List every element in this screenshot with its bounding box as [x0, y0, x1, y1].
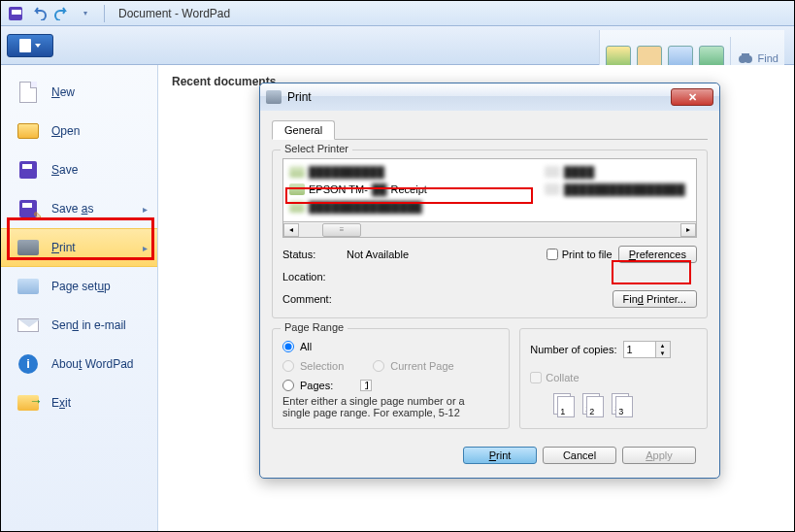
radio-current-page: Current Page	[373, 360, 453, 372]
radio-all[interactable]: All	[282, 341, 499, 352]
find-printer-button[interactable]: Find Printer...	[613, 290, 697, 308]
page-range-group: Page Range All Selection Current Page Pa…	[272, 328, 510, 429]
scroll-track[interactable]: ≡	[299, 223, 680, 237]
collate-label: Collate	[546, 372, 579, 383]
quick-access-toolbar: ▾	[1, 4, 100, 23]
status-value: Not Available	[347, 249, 541, 260]
new-document-icon	[19, 82, 37, 103]
info-icon: i	[18, 354, 38, 374]
tab-general[interactable]: General	[272, 120, 335, 140]
menu-label: Save	[51, 163, 78, 177]
undo-icon[interactable]	[28, 4, 50, 23]
print-to-file-checkbox[interactable]: Print to file	[547, 249, 613, 260]
comment-label: Comment:	[282, 293, 341, 305]
menu-item-save[interactable]: Save	[1, 150, 157, 189]
divider	[104, 5, 105, 22]
print-button[interactable]: Print	[463, 447, 537, 464]
menu-label: Save as	[51, 202, 93, 216]
group-title-printer: Select Printer	[281, 143, 352, 154]
status-label: Status:	[282, 249, 341, 260]
radio-pages[interactable]: Pages:	[282, 380, 499, 391]
radio-all-label: All	[300, 341, 312, 352]
title-bar: ▾ Document - WordPad	[1, 1, 794, 26]
file-menu-dropdown: New Open Save Save as Print Page setup S…	[1, 65, 158, 531]
cancel-button[interactable]: Cancel	[543, 447, 616, 464]
menu-item-page-setup[interactable]: Page setup	[1, 267, 157, 306]
radio-current-page-label: Current Page	[390, 360, 453, 372]
menu-item-new[interactable]: New	[1, 73, 157, 112]
spin-down-icon[interactable]: ▼	[656, 349, 670, 357]
group-title-page-range: Page Range	[281, 321, 348, 333]
radio-pages-label: Pages:	[300, 380, 333, 391]
scroll-thumb[interactable]: ≡	[322, 223, 361, 237]
horizontal-scrollbar[interactable]: ◂ ≡ ▸	[282, 222, 697, 238]
svg-rect-2	[742, 53, 749, 57]
highlight-preferences	[612, 260, 691, 284]
radio-selection: Selection	[282, 360, 344, 372]
document-icon	[19, 39, 31, 52]
highlight-print-menu	[7, 217, 154, 260]
printer-item-blurred-right-2[interactable]: ████████████████	[545, 181, 690, 198]
copies-group: Number of copies: ▲▼ Collate 11 22 33	[519, 328, 708, 429]
scroll-left-icon[interactable]: ◂	[283, 223, 299, 237]
print-to-file-label: Print to file	[562, 249, 613, 260]
menu-label: Page setup	[51, 280, 111, 293]
spin-up-icon[interactable]: ▲	[656, 342, 670, 349]
copies-spinner[interactable]: ▲▼	[623, 341, 671, 358]
file-menu-button[interactable]	[7, 34, 53, 57]
close-button[interactable]: ✕	[671, 88, 713, 106]
save-as-icon	[19, 200, 37, 217]
qat-dropdown-icon[interactable]: ▾	[75, 4, 96, 23]
dialog-titlebar: Print ✕	[260, 83, 719, 111]
menu-item-send-email[interactable]: Send in e-mail	[1, 306, 157, 345]
dialog-footer: Print Cancel Apply	[272, 439, 708, 464]
pages-helper-text: Enter either a single page number or a s…	[282, 395, 477, 418]
redo-icon[interactable]	[51, 4, 73, 23]
menu-item-open[interactable]: Open	[1, 112, 157, 150]
collate-illustration: 11 22 33	[553, 393, 697, 418]
menu-label: Open	[51, 124, 80, 138]
menu-item-about[interactable]: i About WordPad	[1, 345, 157, 383]
scroll-right-icon[interactable]: ▸	[680, 223, 696, 237]
menu-item-exit[interactable]: Exit	[1, 383, 157, 422]
menu-label: Exit	[51, 396, 71, 410]
copies-label: Number of copies:	[530, 344, 616, 355]
folder-open-icon	[17, 123, 39, 139]
printer-icon	[266, 90, 282, 104]
page-setup-icon	[17, 279, 39, 294]
copies-input[interactable]	[623, 341, 656, 358]
printer-group: Select Printer ██████████ EPSON TM- ██ R…	[272, 150, 708, 318]
tab-strip: General	[272, 120, 708, 140]
menu-label: New	[51, 85, 75, 99]
collate-checkbox: Collate	[530, 372, 579, 383]
printer-item-blurred[interactable]: ██████████	[289, 163, 545, 181]
chevron-down-icon	[35, 44, 41, 48]
apply-button: Apply	[622, 447, 696, 464]
exit-icon	[17, 395, 39, 411]
pages-input[interactable]	[360, 380, 372, 391]
menu-label: About WordPad	[51, 357, 134, 371]
printer-item-blurred-right-1[interactable]: ████	[545, 163, 690, 181]
dialog-title-text: Print	[287, 90, 312, 104]
dialog-body: General Select Printer ██████████ EPSON …	[260, 111, 719, 478]
location-label: Location:	[282, 271, 341, 283]
mail-icon	[17, 318, 39, 332]
qat-save-icon[interactable]	[5, 4, 26, 23]
menu-label: Send in e-mail	[51, 318, 126, 332]
save-icon	[19, 161, 37, 179]
window-title: Document - WordPad	[118, 7, 230, 20]
find-label: Find	[758, 52, 778, 64]
radio-selection-label: Selection	[300, 360, 344, 372]
highlight-epson-printer	[285, 187, 533, 204]
